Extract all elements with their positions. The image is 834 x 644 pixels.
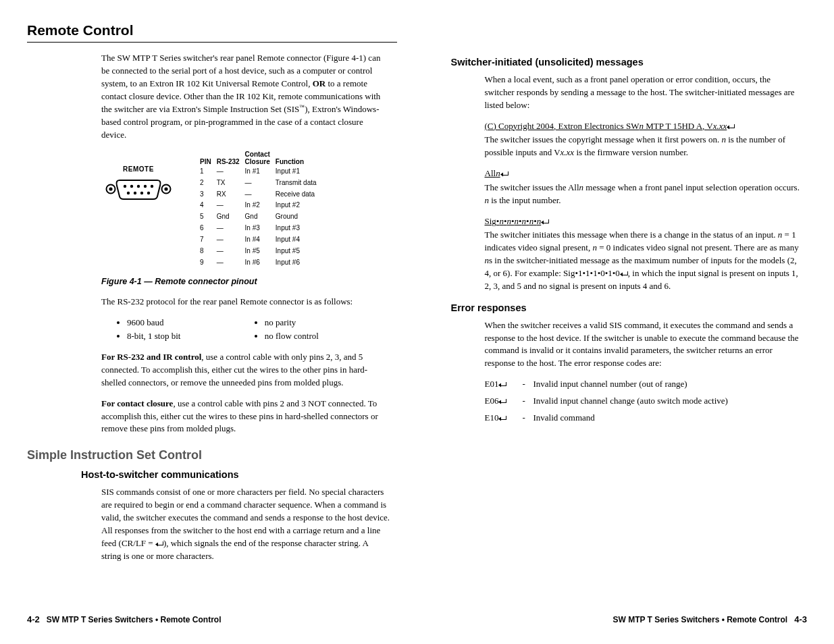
col-pin: PIN: [200, 150, 217, 166]
cell: 1: [200, 166, 217, 178]
table-row: 9—In #6Input #6: [200, 257, 322, 269]
cell: In #5: [245, 246, 276, 257]
dash: -: [523, 412, 533, 425]
figure-caption: Figure 4-1 — Remote connector pinout: [101, 275, 397, 288]
contact-closure-note: For contact closure, use a control cable…: [101, 398, 390, 436]
list-item: no flow control: [265, 330, 390, 343]
cell: TX: [217, 178, 245, 189]
cell: —: [217, 257, 245, 269]
footer-title: SW MTP T Series Switchers • Remote Contr…: [613, 615, 787, 624]
error-heading: Error responses: [451, 301, 808, 315]
cell: Input #4: [276, 234, 322, 246]
error-row: E10-Invalid command: [485, 412, 801, 425]
cell: Input #1: [276, 166, 322, 178]
page-number: 4-3: [794, 614, 807, 624]
cell: 9: [200, 257, 217, 269]
cell: 7: [200, 234, 217, 246]
dash: -: [523, 378, 533, 391]
copyright-message: (C) Copyright 2004, Extron Electronics S…: [485, 120, 801, 133]
table-row: 4—In #2Input #2: [200, 200, 322, 211]
svg-point-12: [147, 192, 150, 194]
cell: 6: [200, 223, 217, 234]
cell: 4: [200, 200, 217, 211]
table-row: 3RX—Receive data: [200, 188, 322, 200]
title-rule: [27, 42, 397, 43]
footer-left: 4-2 SW MTP T Series Switchers • Remote C…: [27, 614, 221, 626]
error-code: E10: [485, 412, 523, 425]
cell: 8: [200, 246, 217, 257]
cell: Gnd: [245, 211, 276, 223]
error-row: E06-Invalid input channel change (auto s…: [485, 395, 801, 408]
cell: Transmit data: [276, 178, 322, 189]
crlf-icon: [155, 541, 163, 547]
copyright-desc: The switcher issues the copyright messag…: [485, 134, 801, 159]
sis-block: SIS commands consist of one or more char…: [101, 486, 390, 562]
remote-label: REMOTE: [101, 165, 176, 175]
crlf-icon: [727, 124, 735, 130]
svg-point-10: [134, 192, 136, 194]
cell: 3: [200, 188, 217, 200]
svg-point-11: [140, 192, 143, 194]
crlf-icon: [620, 271, 628, 277]
svg-point-3: [164, 188, 167, 191]
table-row: 8—In #5Input #5: [200, 246, 322, 257]
intro-paragraph: The SW MTP T Series switcher's rear pane…: [101, 52, 390, 141]
cell: Input #5: [276, 246, 322, 257]
sis-heading: Simple Instruction Set Control: [27, 446, 397, 464]
crlf-icon: [541, 219, 549, 225]
cell: In #2: [245, 200, 276, 211]
cell: Input #2: [276, 200, 322, 211]
svg-point-4: [124, 185, 126, 188]
col-function: Function: [276, 150, 322, 166]
table-row: 2TX—Transmit data: [200, 178, 322, 189]
cell: —: [245, 188, 276, 200]
connector-diagram: REMOTE: [101, 165, 176, 206]
cell: —: [217, 234, 245, 246]
protocol-intro: The RS-232 protocol for the rear panel R…: [101, 296, 390, 308]
cell: In #6: [245, 257, 276, 269]
all-message: Alln: [485, 167, 801, 180]
error-text: Invalid input channel number (out of ran…: [533, 378, 801, 391]
page-spread: Remote Control The SW MTP T Series switc…: [0, 0, 834, 644]
cell: —: [245, 178, 276, 189]
col-contact: ContactClosure: [245, 150, 276, 166]
unsolicited-heading: Switcher-initiated (unsolicited) message…: [451, 55, 808, 70]
error-code: E01: [485, 378, 523, 391]
error-intro: When the switcher receives a valid SIS c…: [485, 319, 801, 370]
cell: In #3: [245, 223, 276, 234]
text-bold: OR: [313, 78, 326, 88]
svg-point-9: [127, 192, 130, 194]
db9-icon: [105, 176, 172, 202]
footer-right: SW MTP T Series Switchers • Remote Contr…: [613, 614, 807, 626]
unsolicited-intro: When a local event, such as a front pane…: [485, 74, 801, 112]
error-code: E06: [485, 395, 523, 408]
cell: Input #3: [276, 223, 322, 234]
list-item: no parity: [265, 317, 390, 329]
table-row: 5GndGndGround: [200, 211, 322, 223]
cell: —: [217, 223, 245, 234]
sis-paragraph: SIS commands consist of one or more char…: [101, 486, 390, 562]
sig-desc: The switcher initiates this message when…: [485, 229, 801, 292]
cell: 5: [200, 211, 217, 223]
unsolicited-block: When a local event, such as a front pane…: [485, 74, 801, 293]
cell: In #1: [245, 166, 276, 178]
cell: —: [217, 200, 245, 211]
cell: Gnd: [217, 211, 245, 223]
cell: Input #6: [276, 257, 322, 269]
cell: Receive data: [276, 188, 322, 200]
error-list: E01-Invalid input channel number (out of…: [485, 378, 801, 425]
dash: -: [523, 395, 533, 408]
svg-point-8: [151, 185, 153, 188]
error-text: Invalid command: [533, 412, 801, 425]
page-number: 4-2: [27, 614, 40, 624]
list-item: 9600 baud: [127, 317, 253, 329]
page-left: Remote Control The SW MTP T Series switc…: [0, 0, 417, 644]
list-item: 8-bit, 1 stop bit: [127, 330, 253, 343]
cell: In #4: [245, 234, 276, 246]
crlf-icon: [500, 171, 509, 177]
all-desc: The switcher issues the Alln message whe…: [485, 182, 801, 207]
error-text: Invalid input channel change (auto switc…: [533, 395, 801, 408]
table-row: 6—In #3Input #3: [200, 223, 322, 234]
page-right: Switcher-initiated (unsolicited) message…: [417, 0, 835, 644]
svg-point-7: [144, 185, 147, 188]
